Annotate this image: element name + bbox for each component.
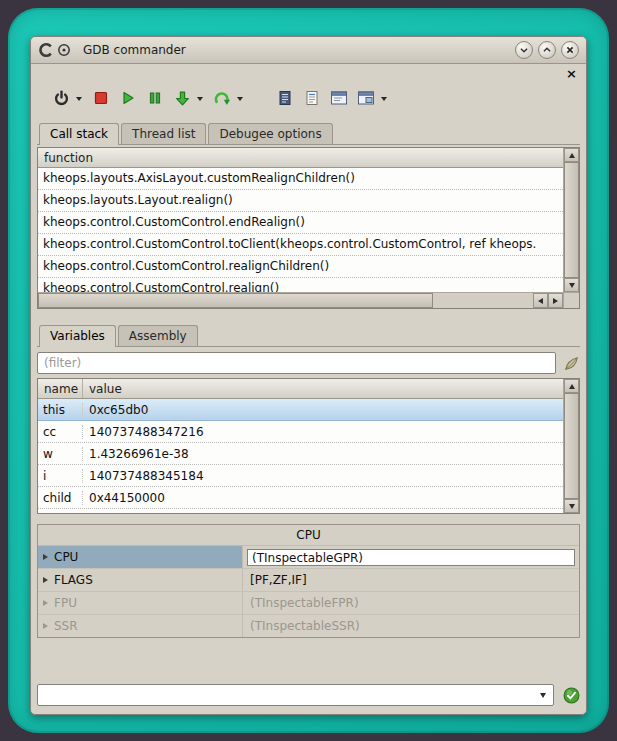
run-icon <box>120 90 136 106</box>
variable-row[interactable]: b 1.43266961e-38 <box>38 509 563 513</box>
variable-value: 1.43266961e-38 <box>83 513 563 514</box>
titlebar[interactable]: GDB commander <box>31 37 586 64</box>
call-stack-list: function kheops.layouts.AxisLayout.custo… <box>37 147 580 309</box>
gdb-command-combobox[interactable] <box>37 684 554 706</box>
tab-assembly[interactable]: Assembly <box>118 325 198 346</box>
tab-debugee-options[interactable]: Debugee options <box>208 123 332 144</box>
arrow-up-icon <box>569 153 575 158</box>
cpu-row-label: CPU <box>54 550 78 564</box>
expander-icon[interactable] <box>43 554 48 560</box>
hscroll-thumb[interactable] <box>38 293 433 308</box>
scroll-up-button[interactable] <box>564 379 579 393</box>
cpu-value-text: [PF,ZF,IF] <box>247 573 307 587</box>
gdb-command-input[interactable] <box>38 688 533 702</box>
variables-header: name value <box>38 379 563 399</box>
call-stack-row[interactable]: kheops.layouts.AxisLayout.customRealignC… <box>38 168 563 190</box>
variable-value: 1.43266961e-38 <box>83 447 563 461</box>
call-stack-vscrollbar[interactable] <box>563 148 579 292</box>
view-options-icon <box>357 90 375 106</box>
close-button[interactable] <box>561 41 579 59</box>
step-into-button[interactable] <box>172 88 192 108</box>
call-stack-row[interactable]: kheops.control.CustomControl.toClient(kh… <box>38 234 563 256</box>
column-header-function[interactable]: function <box>38 148 93 167</box>
hscroll-trough[interactable] <box>433 293 533 308</box>
close-icon <box>563 43 577 57</box>
shade-button[interactable] <box>515 41 533 59</box>
arrow-up-icon <box>569 384 575 389</box>
combo-dropdown-button[interactable] <box>533 685 553 705</box>
cpu-inspector: CPU CPU (TInspectableGPR) FLAGS [PF,ZF,I… <box>37 524 580 638</box>
variable-row[interactable]: i 140737488345184 <box>38 465 563 487</box>
send-command-button[interactable] <box>562 686 580 704</box>
cpu-value-edit[interactable]: (TInspectableGPR) <box>247 549 575 566</box>
run-button[interactable] <box>118 88 138 108</box>
vscroll-thumb[interactable] <box>564 162 579 278</box>
cpu-row-label: FPU <box>54 596 77 610</box>
call-stack-row[interactable]: kheops.control.CustomControl.realignChil… <box>38 256 563 278</box>
scroll-down-button[interactable] <box>564 278 579 292</box>
window-menu-icon[interactable] <box>57 43 71 57</box>
panel-close-button[interactable]: × <box>563 67 580 80</box>
chevron-down-icon <box>540 693 546 698</box>
quill-icon[interactable] <box>563 355 580 372</box>
filter-row <box>37 352 580 374</box>
pause-button[interactable] <box>145 88 165 108</box>
expander-icon[interactable] <box>43 577 48 583</box>
cpu-row-gpr[interactable]: CPU (TInspectableGPR) <box>38 546 579 569</box>
column-header-value[interactable]: value <box>83 379 122 398</box>
step-over-button[interactable] <box>212 88 232 108</box>
filter-input[interactable] <box>37 352 556 374</box>
call-stack-hscrollbar[interactable] <box>38 292 579 308</box>
cpu-value-text: (TInspectableSSR) <box>247 619 360 633</box>
cpu-row-name[interactable]: FLAGS <box>38 569 243 591</box>
unshade-button[interactable] <box>538 41 556 59</box>
power-dropdown-button[interactable] <box>74 88 84 108</box>
scroll-up-button[interactable] <box>564 148 579 162</box>
cpu-row-label: SSR <box>54 619 78 633</box>
variable-value: 0x44150000 <box>83 491 563 505</box>
step-into-icon <box>174 90 191 107</box>
step-into-dropdown-button[interactable] <box>195 88 205 108</box>
view-options-button[interactable] <box>356 88 376 108</box>
vscroll-thumb[interactable] <box>564 393 579 499</box>
view-messages-button[interactable] <box>302 88 322 108</box>
expander-icon[interactable] <box>43 623 48 629</box>
call-stack-row[interactable]: kheops.control.CustomControl.realign() <box>38 278 563 292</box>
cpu-panel-title: CPU <box>38 525 579 546</box>
variable-row[interactable]: cc 140737488347216 <box>38 421 563 443</box>
tab-thread-list[interactable]: Thread list <box>121 123 206 144</box>
window-title: GDB commander <box>83 43 186 57</box>
cpu-row-name[interactable]: CPU <box>38 546 243 568</box>
view-source-button[interactable] <box>275 88 295 108</box>
variables-vscrollbar[interactable] <box>563 379 579 513</box>
call-stack-row[interactable]: kheops.layouts.Layout.realign() <box>38 190 563 212</box>
cpu-row-ssr[interactable]: SSR (TInspectableSSR) <box>38 615 579 637</box>
arrow-down-icon <box>569 283 575 288</box>
call-stack-row[interactable]: kheops.control.CustomControl.endRealign(… <box>38 212 563 234</box>
power-button[interactable] <box>51 88 71 108</box>
scroll-left-button[interactable] <box>533 293 548 308</box>
app-icon <box>38 42 54 58</box>
expander-icon[interactable] <box>43 600 48 606</box>
scroll-right-button[interactable] <box>548 293 563 308</box>
variable-row[interactable]: w 1.43266961e-38 <box>38 443 563 465</box>
scroll-down-button[interactable] <box>564 499 579 513</box>
command-bar <box>37 672 580 706</box>
dropdown-icon <box>76 97 82 101</box>
stop-button[interactable] <box>91 88 111 108</box>
view-window-button[interactable] <box>329 88 349 108</box>
check-icon <box>563 687 580 704</box>
view-options-dropdown-button[interactable] <box>379 88 389 108</box>
variable-row[interactable]: this 0xc65db0 <box>38 399 563 421</box>
column-header-name[interactable]: name <box>38 379 83 398</box>
step-over-dropdown-button[interactable] <box>235 88 245 108</box>
cpu-row-fpu[interactable]: FPU (TInspectableFPR) <box>38 592 579 615</box>
cpu-row-flags[interactable]: FLAGS [PF,ZF,IF] <box>38 569 579 592</box>
tab-call-stack[interactable]: Call stack <box>39 123 119 145</box>
cpu-row-name[interactable]: SSR <box>38 615 243 637</box>
panel-body: × <box>31 64 586 714</box>
mid-tabbar: Variables Assembly <box>37 321 580 347</box>
tab-variables[interactable]: Variables <box>39 325 116 347</box>
cpu-row-name[interactable]: FPU <box>38 592 243 614</box>
variable-row[interactable]: child 0x44150000 <box>38 487 563 509</box>
